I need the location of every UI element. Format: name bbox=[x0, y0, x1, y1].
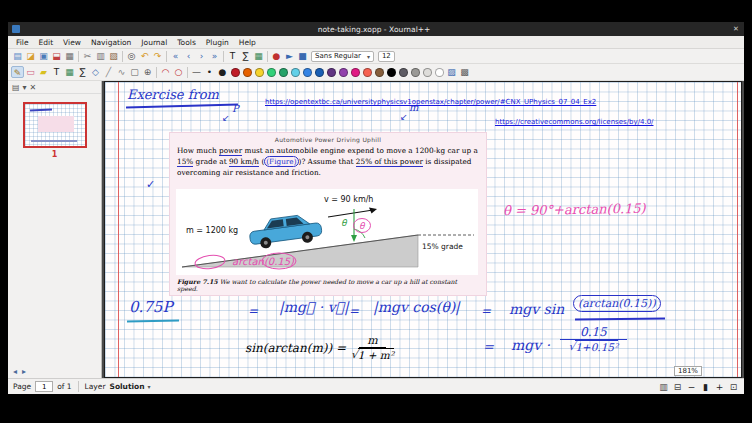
thickness-thick-icon[interactable]: ● bbox=[216, 66, 229, 78]
link-opentextbc[interactable]: https://opentextbc.ca/universityphysicsv… bbox=[265, 98, 596, 106]
menu-plugin[interactable]: Plugin bbox=[201, 38, 234, 47]
color-swatch-13[interactable] bbox=[387, 68, 396, 77]
close-sidebar-icon[interactable]: ✕ bbox=[30, 83, 37, 92]
highlighter-tool-icon[interactable]: ▰ bbox=[37, 66, 50, 78]
line-style-icon[interactable]: — bbox=[190, 66, 203, 78]
page-thumbnail-1[interactable] bbox=[23, 102, 87, 148]
ruler-tool-icon[interactable]: ╱ bbox=[102, 66, 115, 78]
undo-icon[interactable]: ↶ bbox=[138, 50, 151, 62]
color-swatch-6[interactable] bbox=[303, 68, 312, 77]
menu-view[interactable]: View bbox=[58, 38, 86, 47]
select-region-icon[interactable]: ▢ bbox=[128, 66, 141, 78]
color-swatch-11[interactable] bbox=[363, 68, 372, 77]
fill-tool-icon[interactable]: ▩ bbox=[458, 66, 471, 78]
color-swatch-2[interactable] bbox=[255, 68, 264, 77]
zoom-slider-icon[interactable]: ▮ bbox=[700, 382, 711, 392]
font-size-spinner[interactable]: 12 bbox=[378, 51, 395, 62]
audio-stop-icon[interactable]: ■ bbox=[296, 50, 309, 62]
exercise-text: )? Assume that bbox=[299, 157, 356, 166]
color-picker-icon[interactable]: ▨ bbox=[445, 66, 458, 78]
link-creativecommons[interactable]: https://creativecommons.org/licenses/by/… bbox=[495, 118, 653, 126]
annotation-check-icon: ✓ bbox=[146, 178, 155, 191]
color-swatch-14[interactable] bbox=[399, 68, 408, 77]
audio-record-icon[interactable]: ● bbox=[270, 50, 283, 62]
color-swatch-5[interactable] bbox=[291, 68, 300, 77]
paste-icon[interactable]: ▧ bbox=[107, 50, 120, 62]
draw-arc-icon[interactable]: ◠ bbox=[159, 66, 172, 78]
preview-layer-icon[interactable]: ▤ bbox=[12, 83, 20, 92]
copy-icon[interactable]: ▥ bbox=[94, 50, 107, 62]
audio-play-icon[interactable]: ► bbox=[283, 50, 296, 62]
notebook-page[interactable]: Exercise from https://opentextbc.ca/univ… bbox=[104, 81, 742, 378]
color-swatch-0[interactable] bbox=[231, 68, 240, 77]
menu-help[interactable]: Help bbox=[234, 38, 261, 47]
open-file-icon[interactable]: ◪ bbox=[24, 50, 37, 62]
menu-tools[interactable]: Tools bbox=[172, 38, 200, 47]
thickness-fine-icon[interactable]: • bbox=[203, 66, 216, 78]
dual-page-icon[interactable]: ⊟ bbox=[672, 382, 683, 392]
latex-tool-icon[interactable]: ∑ bbox=[239, 50, 252, 62]
page-number-input[interactable] bbox=[35, 381, 53, 392]
export-pdf-icon[interactable]: ⬓ bbox=[50, 50, 63, 62]
insert-image-icon[interactable]: ▦ bbox=[252, 50, 265, 62]
sidebar-prev-icon[interactable]: ◂ bbox=[13, 367, 17, 376]
color-swatch-4[interactable] bbox=[279, 68, 288, 77]
text-tool-icon[interactable]: T bbox=[226, 50, 239, 62]
figure-link[interactable]: (Figure) bbox=[264, 156, 298, 167]
zoom-in-icon[interactable]: + bbox=[714, 382, 725, 392]
fraction-numerator: m bbox=[359, 334, 385, 348]
color-swatch-3[interactable] bbox=[267, 68, 276, 77]
exercise-body: How much power must an automobile engine… bbox=[177, 146, 479, 179]
color-swatch-8[interactable] bbox=[327, 68, 336, 77]
draw-circle-icon[interactable]: ○ bbox=[172, 66, 185, 78]
sidebar-next-icon[interactable]: ▸ bbox=[22, 367, 26, 376]
tex-tool-icon[interactable]: ∑ bbox=[76, 66, 89, 78]
color-swatch-12[interactable] bbox=[375, 68, 384, 77]
font-size-value: 12 bbox=[382, 52, 391, 60]
color-swatch-7[interactable] bbox=[315, 68, 324, 77]
redo-icon[interactable]: ↷ bbox=[151, 50, 164, 62]
last-page-icon[interactable]: » bbox=[208, 50, 221, 62]
shape-recognizer-icon[interactable]: ∿ bbox=[115, 66, 128, 78]
color-swatch-10[interactable] bbox=[351, 68, 360, 77]
cut-icon[interactable]: ✂ bbox=[81, 50, 94, 62]
new-document-icon[interactable]: ▤ bbox=[11, 50, 24, 62]
first-page-icon[interactable]: « bbox=[169, 50, 182, 62]
next-page-icon[interactable]: › bbox=[195, 50, 208, 62]
text-annotation-icon[interactable]: T bbox=[50, 66, 63, 78]
zoom-out-icon[interactable]: − bbox=[686, 382, 697, 392]
font-name-combo[interactable]: Sans Regular ▾ bbox=[311, 51, 374, 62]
color-swatch-17[interactable] bbox=[435, 68, 444, 77]
exercise-text: must an automobile engine expend to move… bbox=[242, 146, 478, 155]
save-icon[interactable]: ▣ bbox=[37, 50, 50, 62]
statusbar: Page of 1 Layer Solution ▾ ▥⊟−▮+⊡ 181% bbox=[8, 378, 744, 394]
toolbar1-icons: ▤◪▣⬓▦✂▥▧◎↶↷«‹›»T∑▦●►■ bbox=[11, 50, 309, 62]
vertical-space-icon[interactable]: ⊕ bbox=[141, 66, 154, 78]
exercise-title: Automotive Power Driving Uphill bbox=[170, 136, 486, 143]
eraser-tool-icon[interactable]: ▭ bbox=[24, 66, 37, 78]
color-swatch-16[interactable] bbox=[423, 68, 432, 77]
annotation-p: P bbox=[232, 103, 239, 114]
separator bbox=[223, 51, 224, 62]
menu-journal[interactable]: Journal bbox=[136, 38, 172, 47]
close-window-button[interactable]: ✕ bbox=[728, 25, 744, 33]
collapse-sidebar-icon[interactable]: ▾ bbox=[23, 83, 27, 92]
layer-selector[interactable]: Solution ▾ bbox=[109, 382, 150, 391]
zoom-fit-icon[interactable]: ⊡ bbox=[728, 382, 739, 392]
search-icon[interactable]: ◎ bbox=[125, 50, 138, 62]
pen-tool-icon[interactable]: ✎ bbox=[11, 66, 24, 78]
print-icon[interactable]: ▦ bbox=[63, 50, 76, 62]
menu-navigation[interactable]: Navigation bbox=[86, 38, 136, 47]
shape-tool-icon[interactable]: ◇ bbox=[89, 66, 102, 78]
menu-file[interactable]: File bbox=[11, 38, 34, 47]
titlebar: note-taking.xopp - Xournal++ ✕ bbox=[8, 22, 744, 36]
color-swatch-15[interactable] bbox=[411, 68, 420, 77]
separator bbox=[78, 381, 79, 392]
image-tool-icon[interactable]: ▦ bbox=[63, 66, 76, 78]
previous-page-icon[interactable]: ‹ bbox=[182, 50, 195, 62]
menu-edit[interactable]: Edit bbox=[34, 38, 59, 47]
color-swatch-1[interactable] bbox=[243, 68, 252, 77]
grid-view-icon[interactable]: ▥ bbox=[658, 382, 669, 392]
annotation-p-arrow-icon: ↙ bbox=[222, 113, 230, 123]
color-swatch-9[interactable] bbox=[339, 68, 348, 77]
